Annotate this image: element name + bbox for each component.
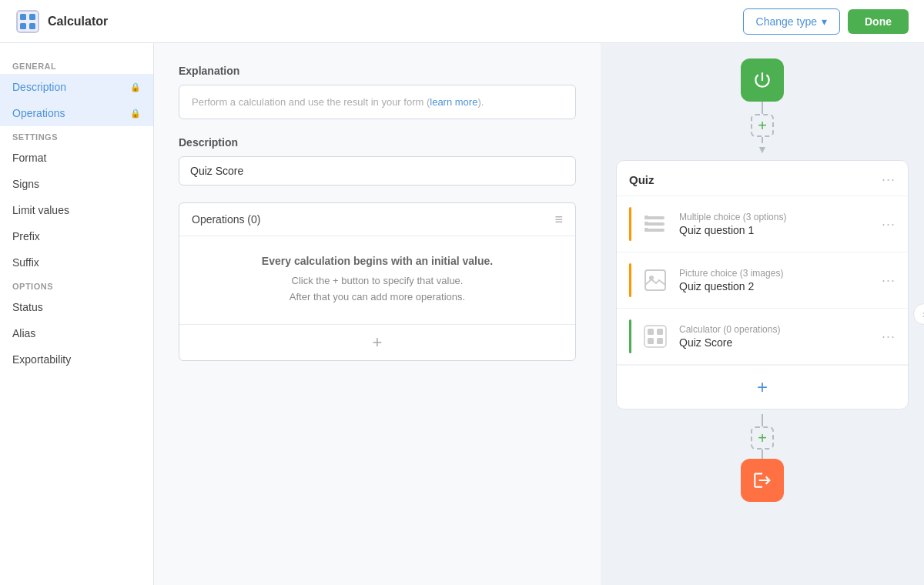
- sidebar-section-general: General: [0, 55, 153, 74]
- header-logo: Calculator: [15, 9, 108, 34]
- svg-rect-5: [646, 216, 665, 219]
- svg-rect-9: [644, 222, 648, 226]
- svg-rect-15: [657, 329, 663, 335]
- quiz-item-name-1: Quiz question 1: [679, 224, 872, 236]
- sidebar-item-alias[interactable]: Alias: [0, 320, 153, 346]
- quiz-item-type-1: Multiple choice (3 options): [679, 212, 872, 222]
- content-area: Explanation Perform a calculation and us…: [154, 43, 601, 585]
- sidebar-item-description[interactable]: Description 🔒: [0, 74, 153, 100]
- quiz-item-more-1[interactable]: ···: [882, 216, 896, 232]
- svg-rect-17: [657, 338, 663, 344]
- quiz-item-icon-3: [641, 322, 670, 351]
- operations-line1: Click the + button to specify that value…: [192, 273, 563, 289]
- enter-icon: [752, 70, 772, 90]
- quiz-title: Quiz: [629, 173, 654, 186]
- operations-menu-icon[interactable]: ≡: [554, 212, 563, 226]
- quiz-item-name-3: Quiz Score: [679, 336, 872, 349]
- quiz-item-1: Multiple choice (3 options) Quiz questio…: [617, 196, 908, 252]
- quiz-item-icon-1: [641, 209, 670, 239]
- svg-rect-11: [645, 270, 665, 290]
- explanation-title: Explanation: [179, 65, 576, 77]
- quiz-item-bar-1: [629, 207, 631, 241]
- flow-add-button-bottom[interactable]: +: [751, 426, 774, 450]
- sidebar-item-operations[interactable]: Operations 🔒: [0, 100, 153, 126]
- quiz-item-2: Picture choice (3 images) Quiz question …: [617, 252, 908, 309]
- sidebar-item-limit-values[interactable]: Limit values: [0, 197, 153, 223]
- done-button[interactable]: Done: [848, 9, 909, 34]
- svg-rect-8: [644, 216, 648, 219]
- sidebar-section-options: Options: [0, 276, 153, 294]
- right-panel: + ▼ Quiz ···: [601, 43, 924, 585]
- quiz-item-type-3: Calculator (0 operations): [679, 324, 872, 335]
- sidebar-item-suffix[interactable]: Suffix: [0, 249, 153, 276]
- explanation-box: Perform a calculation and use the result…: [179, 85, 576, 119]
- flow-connector-bottom: +: [751, 414, 774, 459]
- plus-icon: +: [373, 333, 383, 352]
- flow-line-bot2: [762, 450, 763, 459]
- flow-container: + ▼ Quiz ···: [601, 58, 924, 502]
- sidebar-section-settings: Settings: [0, 126, 153, 145]
- plus-icon: +: [758, 117, 767, 135]
- flow-line-top1: [762, 102, 763, 114]
- sidebar-item-exportability[interactable]: Exportability: [0, 346, 153, 373]
- quiz-item-bar-2: [629, 263, 631, 297]
- quiz-item-content-3: Calculator (0 operations) Quiz Score: [679, 324, 872, 349]
- svg-rect-1: [20, 14, 26, 20]
- quiz-card-header: Quiz ···: [617, 161, 908, 196]
- operations-title: Operations (0): [192, 213, 260, 226]
- lock-icon-operations: 🔒: [130, 109, 141, 119]
- flow-start-node: [741, 58, 784, 102]
- flow-line-top2: [762, 137, 763, 143]
- operations-box: Operations (0) ≡ Every calculation begin…: [179, 202, 576, 361]
- svg-rect-13: [644, 326, 666, 347]
- operations-line2: After that you can add more operations.: [192, 289, 563, 306]
- description-input[interactable]: [179, 156, 576, 186]
- quiz-item-content-1: Multiple choice (3 options) Quiz questio…: [679, 212, 872, 236]
- quiz-item-icon-2: [641, 266, 670, 295]
- svg-rect-6: [646, 222, 665, 226]
- exit-icon: [752, 470, 772, 490]
- quiz-card: Quiz ···: [616, 160, 909, 410]
- sidebar-item-signs[interactable]: Signs: [0, 171, 153, 197]
- flow-end-node: [741, 459, 784, 502]
- svg-rect-4: [29, 23, 35, 29]
- svg-rect-0: [17, 11, 38, 32]
- calculator-icon: [15, 9, 40, 34]
- header-actions: Change type ▾ Done: [743, 8, 909, 35]
- sidebar-item-format[interactable]: Format: [0, 145, 153, 171]
- learn-more-link[interactable]: learn more: [430, 96, 477, 108]
- svg-rect-10: [644, 228, 648, 232]
- svg-rect-16: [648, 338, 654, 344]
- quiz-card-footer: +: [617, 365, 908, 409]
- sidebar: General Description 🔒 Operations 🔒 Setti…: [0, 43, 154, 585]
- quiz-item-bar-3: [629, 319, 631, 353]
- change-type-button[interactable]: Change type ▾: [743, 8, 840, 35]
- flow-arrow-top: ▼: [757, 143, 768, 155]
- svg-rect-2: [29, 14, 35, 20]
- sidebar-item-status[interactable]: Status: [0, 294, 153, 320]
- quiz-item-content-2: Picture choice (3 images) Quiz question …: [679, 268, 872, 292]
- quiz-more-icon[interactable]: ···: [882, 172, 896, 188]
- operations-body: Every calculation begins with an initial…: [179, 236, 575, 324]
- header: Calculator Change type ▾ Done: [0, 0, 924, 43]
- operations-bold-text: Every calculation begins with an initial…: [192, 255, 563, 267]
- quiz-item-name-2: Quiz question 2: [679, 280, 872, 292]
- flow-connector-top: + ▼: [751, 102, 774, 155]
- svg-rect-3: [20, 23, 26, 29]
- quiz-item-3: Calculator (0 operations) Quiz Score ···: [617, 309, 908, 365]
- operations-add-button[interactable]: +: [179, 324, 575, 360]
- quiz-item-type-2: Picture choice (3 images): [679, 268, 872, 279]
- description-title: Description: [179, 136, 576, 149]
- quiz-add-item-button[interactable]: +: [757, 376, 768, 398]
- sidebar-item-prefix[interactable]: Prefix: [0, 223, 153, 249]
- app-title: Calculator: [48, 15, 108, 28]
- main-layout: General Description 🔒 Operations 🔒 Setti…: [0, 43, 924, 585]
- svg-rect-14: [648, 329, 654, 335]
- quiz-item-more-2[interactable]: ···: [882, 272, 896, 289]
- lock-icon-description: 🔒: [130, 82, 141, 92]
- quiz-item-more-3[interactable]: ···: [882, 329, 896, 345]
- chevron-down-icon: ▾: [822, 15, 827, 28]
- flow-line-bot1: [762, 414, 763, 426]
- svg-rect-7: [646, 229, 665, 232]
- flow-add-button-top[interactable]: +: [751, 114, 774, 137]
